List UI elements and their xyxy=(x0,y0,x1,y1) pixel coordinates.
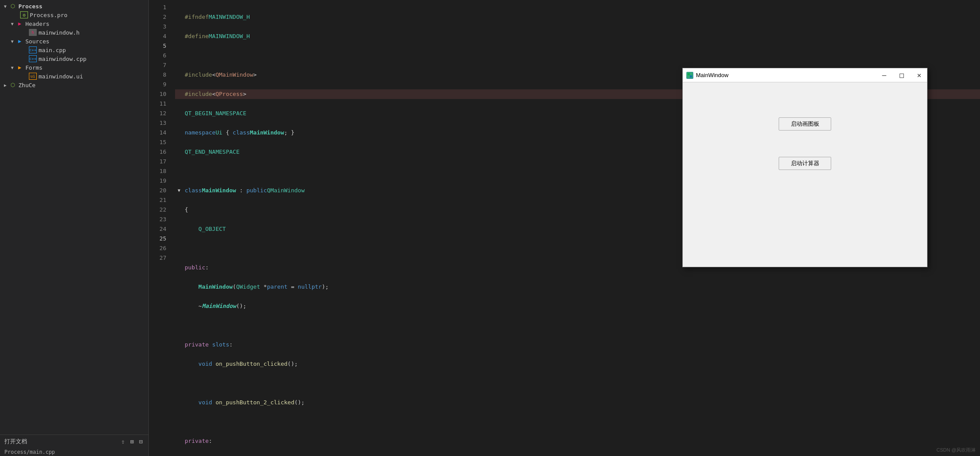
code-line-20 xyxy=(175,378,980,388)
svg-rect-1 xyxy=(688,73,690,75)
tree-label-headers: Headers xyxy=(25,21,49,27)
folder-icon-zhuce: ⬡ xyxy=(9,81,17,88)
tree-arrow-zhuce: ▶ xyxy=(2,83,9,88)
fa-13 xyxy=(178,244,185,253)
tree-item-forms[interactable]: ▼ ▶ Forms xyxy=(0,63,148,72)
fa-1 xyxy=(178,12,185,22)
code-line-3 xyxy=(175,51,980,60)
code-line-21: void on_pushButton_2_clicked(); xyxy=(175,398,980,407)
svg-rect-2 xyxy=(690,75,692,78)
tree-item-zhuce[interactable]: ▶ ⬡ ZhuCe xyxy=(0,81,148,89)
bottom-controls: ⇧ ⊞ ⊟ xyxy=(120,438,144,445)
ln-13: 13 xyxy=(149,118,171,128)
fa-23 xyxy=(178,436,185,446)
code-line-22 xyxy=(175,417,980,427)
code-text-14: public xyxy=(185,263,205,272)
tree-item-sources[interactable]: ▼ ▶ Sources xyxy=(0,37,148,46)
ln-25: 25 xyxy=(149,234,171,244)
qt-close-btn[interactable]: ✕ xyxy=(915,72,924,79)
ln-10: 10 xyxy=(149,89,171,99)
ln-24: 24 xyxy=(149,224,171,234)
ln-11: 11 xyxy=(149,99,171,109)
open-docs-label: 打开文档 xyxy=(4,438,27,445)
sidebar: ▼ ⬡ Process ⚙ Process.pro ▼ ▶ Headers h … xyxy=(0,0,149,456)
code-text-4b: < xyxy=(212,70,216,80)
fa-10[interactable]: ▼ xyxy=(178,186,185,195)
code-text-7c: class xyxy=(233,128,250,138)
ln-27: 27 xyxy=(149,253,171,263)
fa-20 xyxy=(178,378,185,388)
fa-4 xyxy=(178,70,185,80)
ln-16: 16 xyxy=(149,147,171,157)
ln-14: 14 xyxy=(149,128,171,138)
tree-label-sources: Sources xyxy=(25,38,49,45)
qt-window: MainWindow — □ ✕ 启动画图板 启动计算器 xyxy=(682,68,927,267)
code-text-10d: QMainWindow xyxy=(267,186,305,195)
ln-4: 4 xyxy=(149,32,171,41)
tree-label-mainwindow-h: mainwindow.h xyxy=(39,29,80,36)
ln-12: 12 xyxy=(149,109,171,118)
up-arrow-btn[interactable]: ⇧ xyxy=(120,438,126,445)
ln-7: 7 xyxy=(149,60,171,70)
code-text-4c: QMainWindow xyxy=(215,70,253,80)
tree-arrow-process: ▼ xyxy=(2,4,9,9)
code-text-5b: QProcess xyxy=(215,89,243,99)
fa-6 xyxy=(178,109,185,118)
tree-arrow-sources: ▼ xyxy=(9,39,16,44)
qt-btn-paint[interactable]: 启动画图板 xyxy=(779,117,831,131)
ln-21: 21 xyxy=(149,195,171,205)
code-text-15d: parent xyxy=(267,282,288,292)
code-text-12b: Q_OBJECT xyxy=(198,224,226,234)
tree-item-process-pro[interactable]: ⚙ Process.pro xyxy=(0,11,148,19)
code-line-23: private: xyxy=(175,436,980,446)
fa-19 xyxy=(178,359,185,369)
ln-1: 1 xyxy=(149,3,171,12)
code-line-19: void on_pushButton_clicked(); xyxy=(175,359,980,369)
fa-8 xyxy=(178,147,185,157)
code-text-11: { xyxy=(185,205,188,215)
ln-5: 5 xyxy=(149,41,171,51)
fa-16 xyxy=(178,301,185,311)
ln-26: 26 xyxy=(149,244,171,253)
tree-item-main-cpp[interactable]: c++ main.cpp xyxy=(0,46,148,54)
tree-item-mainwindow-h[interactable]: h mainwindow.h xyxy=(0,28,148,37)
tree-item-headers[interactable]: ▼ ▶ Headers xyxy=(0,19,148,28)
ln-20: 20 xyxy=(149,186,171,195)
code-text-5: #include xyxy=(185,89,212,99)
ln-2: 2 xyxy=(149,12,171,22)
tree-arrow-headers: ▼ xyxy=(9,21,16,26)
fa-3 xyxy=(178,51,185,60)
qt-minimize-btn[interactable]: — xyxy=(880,72,889,79)
tree-label-main-cpp: main.cpp xyxy=(39,47,66,53)
svg-rect-0 xyxy=(687,72,693,78)
tree-arrow-forms: ▼ xyxy=(9,65,16,70)
code-text-19c: on_pushButton_clicked xyxy=(215,359,287,369)
ln-9: 9 xyxy=(149,80,171,89)
code-line-17 xyxy=(175,321,980,330)
tree-item-mainwindow-ui[interactable]: ui mainwindow.ui xyxy=(0,72,148,81)
code-text-1: #ifndef xyxy=(185,12,209,22)
fa-9 xyxy=(178,166,185,176)
file-tree: ▼ ⬡ Process ⚙ Process.pro ▼ ▶ Headers h … xyxy=(0,0,148,435)
tree-item-process[interactable]: ▼ ⬡ Process xyxy=(0,2,148,11)
fa-17 xyxy=(178,321,185,330)
folder-icon-headers: ▶ xyxy=(16,20,24,27)
code-text-12 xyxy=(185,224,198,234)
fa-14 xyxy=(178,263,185,272)
code-line-1: #ifndef MAINWINDOW_H xyxy=(175,12,980,22)
close-doc-btn[interactable]: ⊟ xyxy=(138,438,144,445)
qt-title-left: MainWindow xyxy=(686,72,728,79)
code-text-15b: MainWindow xyxy=(198,282,232,292)
folder-icon-forms: ▶ xyxy=(16,64,24,71)
editor-area: 1 2 3 4 5 6 7 8 9 10 11 12 13 14 15 16 1… xyxy=(149,0,980,456)
code-text-7d: MainWindow xyxy=(250,128,284,138)
line-numbers: 1 2 3 4 5 6 7 8 9 10 11 12 13 14 15 16 1… xyxy=(149,0,171,456)
sidebar-bottom: 打开文档 ⇧ ⊞ ⊟ xyxy=(0,435,148,448)
add-doc-btn[interactable]: ⊞ xyxy=(129,438,135,445)
code-text-10c: public xyxy=(246,186,267,195)
qt-btn-calc[interactable]: 启动计算器 xyxy=(779,157,831,170)
code-text-10a: class xyxy=(185,186,202,195)
tree-item-mainwindow-cpp[interactable]: c++ mainwindow.cpp xyxy=(0,54,148,63)
qt-maximize-btn[interactable]: □ xyxy=(897,72,906,79)
sidebar-filename: Process/main.cpp xyxy=(0,448,148,456)
